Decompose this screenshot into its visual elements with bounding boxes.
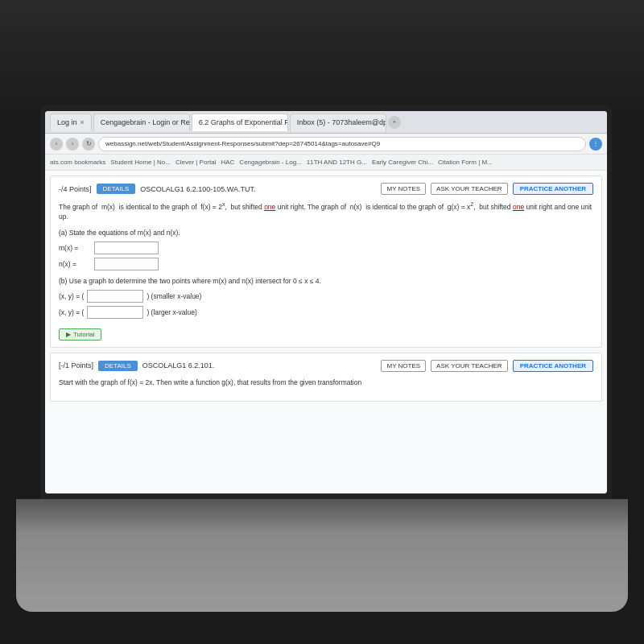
ask-teacher-button-2[interactable]: ASK YOUR TEACHER: [431, 360, 508, 372]
laptop-body: hp: [16, 499, 628, 612]
address-bar[interactable]: webassign.net/web/Student/Assignment-Res…: [98, 137, 586, 151]
xy2-prefix: (x, y) = (: [59, 308, 84, 316]
nx-label: n(x) =: [59, 260, 91, 268]
points-label-1: -/4 Points]: [59, 185, 92, 193]
desk-background: [0, 0, 644, 109]
back-button[interactable]: ‹: [50, 138, 63, 151]
xy1-input[interactable]: [87, 290, 143, 303]
bookmark-ats[interactable]: ats.com bookmarks: [50, 159, 105, 166]
tab-login-label: Log in: [57, 118, 77, 126]
new-tab-button[interactable]: +: [388, 116, 401, 129]
address-text: webassign.net/web/Student/Assignment-Res…: [105, 140, 380, 147]
details-button-1[interactable]: DETAILS: [97, 184, 136, 194]
address-bar-row: ‹ › ↻ webassign.net/web/Student/Assignme…: [45, 134, 607, 155]
tutorial-label: Tutorial: [73, 331, 94, 338]
problem-2-description: Start with the graph of f(x) = 2x. Then …: [59, 378, 593, 388]
extensions-button[interactable]: ⋮: [589, 138, 602, 151]
mx-input[interactable]: [94, 242, 159, 254]
mx-row: m(x) =: [59, 242, 593, 254]
bookmark-clever[interactable]: Clever | Portal: [175, 159, 217, 166]
nx-input[interactable]: [94, 258, 159, 270]
my-notes-button-2[interactable]: MY NOTES: [381, 360, 426, 372]
bookmarks-bar: ats.com bookmarks Student Home | No... C…: [45, 155, 607, 171]
bookmark-cengagebrain[interactable]: Cengagebrain - Log...: [239, 159, 301, 166]
bookmark-caregiver[interactable]: Early Caregiver Chi...: [372, 159, 433, 166]
part-b-section: (b) Use a graph to determine the two poi…: [59, 277, 593, 319]
practice-another-button-1[interactable]: PRACTICE ANOTHER: [513, 183, 593, 195]
coord-row-2: (x, y) = ( ) (larger x-value): [59, 306, 593, 319]
refresh-button[interactable]: ↻: [82, 138, 95, 151]
browser-tabs-bar: Log in × Cengagebrain - Login or Registe…: [45, 111, 607, 134]
problem-1-header: -/4 Points] DETAILS OSCOLALG1 6.2.100-10…: [59, 183, 593, 195]
mx-label: m(x) =: [59, 244, 91, 252]
nx-row: n(x) =: [59, 258, 593, 270]
problem-2-header: [-/1 Points] DETAILS OSCOLALG1 6.2.101. …: [59, 360, 593, 372]
ask-teacher-button-1[interactable]: ASK YOUR TEACHER: [431, 183, 508, 195]
xy1-suffix: ) (smaller x-value): [147, 292, 201, 300]
tab-cengagebrain-login[interactable]: Cengagebrain - Login or Register ×: [93, 114, 190, 131]
highlight-one-1: one: [264, 203, 275, 211]
tab-inbox[interactable]: Inbox (5) - 7073haleem@dpab... ×: [290, 114, 386, 131]
problem-1-description: The graph of m(x) is identical to the gr…: [59, 201, 593, 222]
my-notes-button-1[interactable]: MY NOTES: [381, 183, 426, 195]
tutorial-icon: ▶: [66, 331, 71, 338]
tab-graphs-label: 6.2 Graphs of Exponential Func...: [199, 118, 288, 126]
part-b-label: (b) Use a graph to determine the two poi…: [59, 277, 593, 285]
content-area: -/4 Points] DETAILS OSCOLALG1 6.2.100-10…: [45, 171, 607, 493]
bookmark-student-home[interactable]: Student Home | No...: [110, 159, 171, 166]
xy2-suffix: ) (larger x-value): [147, 308, 196, 316]
practice-another-button-2[interactable]: PRACTICE ANOTHER: [513, 360, 593, 372]
problem-2-section: [-/1 Points] DETAILS OSCOLALG1 6.2.101. …: [50, 353, 602, 402]
bookmark-11th[interactable]: 11TH AND 12TH G...: [307, 159, 367, 166]
tab-inbox-label: Inbox (5) - 7073haleem@dpab...: [297, 118, 386, 126]
forward-button[interactable]: ›: [66, 138, 79, 151]
details-button-2[interactable]: DETAILS: [98, 361, 138, 371]
points-label-2: [-/1 Points]: [59, 361, 93, 369]
tab-login[interactable]: Log in ×: [50, 114, 92, 131]
xy1-prefix: (x, y) = (: [59, 292, 84, 300]
problem-code-1: OSCOLALG1 6.2.100-105.WA.TUT.: [140, 185, 376, 193]
xy2-input[interactable]: [87, 306, 143, 319]
tutorial-button[interactable]: ▶ Tutorial: [59, 328, 101, 341]
problem-1-section: -/4 Points] DETAILS OSCOLALG1 6.2.100-10…: [50, 175, 602, 348]
tab-close-icon[interactable]: ×: [80, 118, 85, 126]
problem-code-2: OSCOLALG1 6.2.101.: [142, 361, 377, 369]
part-a-label: (a) State the equations of m(x) and n(x)…: [59, 229, 593, 237]
tab-cengagebrain-login-label: Cengagebrain - Login or Register: [101, 118, 190, 126]
bookmark-citation[interactable]: Citation Form | M...: [438, 159, 493, 166]
browser-window: Log in × Cengagebrain - Login or Registe…: [45, 111, 607, 493]
coord-row-1: (x, y) = ( ) (smaller x-value): [59, 290, 593, 303]
tab-graphs-active[interactable]: 6.2 Graphs of Exponential Func... ×: [192, 114, 288, 131]
bookmark-hac[interactable]: HAC: [221, 159, 234, 166]
highlight-one-2: one: [513, 203, 524, 211]
